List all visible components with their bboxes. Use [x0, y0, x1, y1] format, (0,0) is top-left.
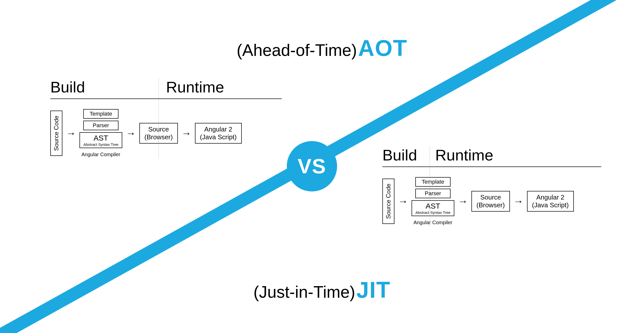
arrow-icon: →: [398, 196, 408, 207]
jit-title-abbr: JIT: [356, 277, 390, 303]
aot-angular-l2: (Java Script): [200, 133, 237, 141]
aot-ast-box: AST Abstract Syntax Tree: [79, 132, 122, 148]
jit-angular-box: Angular 2 (Java Script): [527, 191, 574, 212]
arrow-icon: →: [458, 196, 468, 207]
arrow-icon: →: [181, 128, 191, 139]
aot-phase-divider: [158, 78, 159, 159]
aot-template-box: Template: [83, 109, 118, 119]
aot-source-code-box: Source Code: [50, 111, 62, 156]
vs-text: VS: [298, 154, 326, 178]
aot-ast-label: AST: [82, 134, 120, 142]
jit-parser-box: Parser: [415, 189, 451, 198]
jit-runtime-label: Runtime: [428, 146, 601, 166]
jit-ast-full: Abstract Syntax Tree: [414, 210, 452, 215]
jit-template-box: Template: [415, 177, 451, 187]
aot-angular-box: Angular 2 (Java Script): [195, 123, 242, 144]
aot-parser-box: Parser: [83, 121, 118, 130]
jit-source-browser-l2: (Browser): [476, 201, 505, 209]
aot-angular-l1: Angular 2: [200, 125, 237, 133]
jit-source-browser-box: Source (Browser): [471, 191, 510, 212]
jit-compiler-stack: Template Parser AST Abstract Syntax Tree…: [412, 177, 454, 225]
aot-ast-full: Abstract Syntax Tree: [82, 142, 120, 147]
jit-source-code-box: Source Code: [382, 179, 394, 224]
jit-angular-l2: (Java Script): [532, 201, 569, 209]
arrow-icon: →: [66, 128, 76, 139]
aot-title: (Ahead-of-Time) AOT: [0, 35, 644, 61]
aot-compiler-stack: Template Parser AST Abstract Syntax Tree…: [79, 109, 122, 157]
vs-circle: VS: [287, 141, 337, 191]
aot-compiler-caption: Angular Compiler: [82, 152, 120, 157]
jit-ast-box: AST Abstract Syntax Tree: [412, 200, 454, 216]
arrow-icon: →: [513, 196, 524, 207]
aot-title-abbr: AOT: [358, 36, 407, 61]
aot-runtime-label: Runtime: [156, 78, 282, 98]
jit-flow: Source Code → Template Parser AST Abstra…: [382, 177, 601, 225]
jit-compiler-caption: Angular Compiler: [414, 220, 453, 225]
jit-source-browser-l1: Source: [476, 193, 505, 201]
aot-phase-header: Build Runtime: [50, 78, 282, 99]
aot-title-paren: (Ahead-of-Time): [237, 41, 357, 59]
jit-title-paren: (Just-in-Time): [253, 283, 355, 301]
jit-ast-label: AST: [414, 202, 452, 210]
aot-diagram: Build Runtime Source Code → Template Par…: [50, 78, 282, 157]
jit-angular-l1: Angular 2: [532, 193, 569, 201]
aot-flow: Source Code → Template Parser AST Abstra…: [50, 109, 282, 157]
arrow-icon: →: [126, 128, 136, 139]
aot-build-label: Build: [50, 78, 156, 98]
jit-phase-divider: [430, 146, 430, 227]
jit-phase-header: Build Runtime: [382, 146, 601, 167]
jit-build-label: Build: [382, 146, 428, 166]
jit-diagram: Build Runtime Source Code → Template Par…: [382, 146, 601, 225]
jit-title: (Just-in-Time) JIT: [0, 277, 644, 303]
